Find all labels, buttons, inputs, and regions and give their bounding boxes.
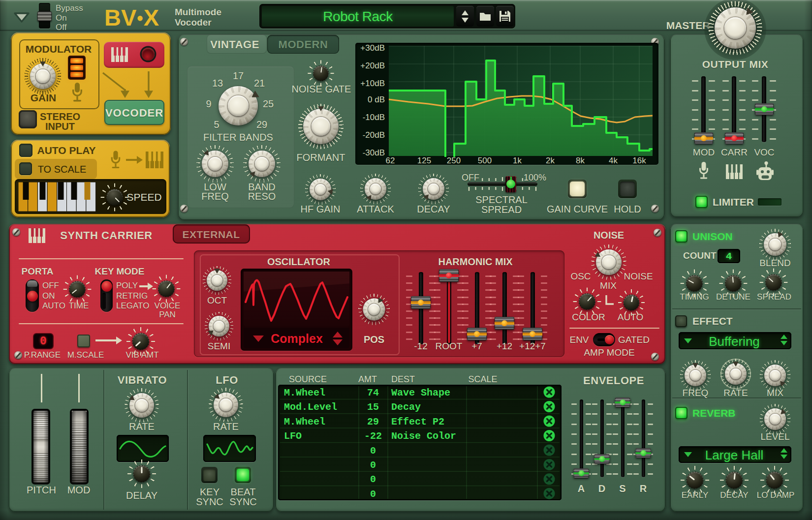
svg-text:Noise Color: Noise Color: [391, 430, 456, 442]
svg-text:M.Wheel: M.Wheel: [284, 387, 325, 398]
svg-text:-20dB: -20dB: [363, 130, 385, 140]
svg-text:500: 500: [478, 156, 492, 165]
svg-text:74: 74: [367, 387, 379, 398]
svg-text:125: 125: [417, 156, 431, 165]
svg-text:Mod.Level: Mod.Level: [284, 401, 337, 413]
svg-text:+20dB: +20dB: [360, 61, 385, 70]
svg-text:-22: -22: [364, 430, 382, 442]
svg-text:Decay: Decay: [391, 401, 421, 413]
svg-text:29: 29: [367, 416, 379, 428]
svg-text:Wave Shape: Wave Shape: [391, 387, 450, 398]
svg-text:0: 0: [370, 459, 376, 471]
svg-text:1k: 1k: [513, 156, 522, 165]
svg-text:0: 0: [370, 489, 376, 500]
svg-text:-10dB: -10dB: [363, 113, 385, 122]
svg-text:-30dB: -30dB: [363, 148, 385, 157]
svg-text:0: 0: [370, 474, 376, 485]
svg-text:62: 62: [386, 156, 395, 165]
svg-text:M.Wheel: M.Wheel: [284, 416, 325, 428]
svg-text:+30dB: +30dB: [360, 43, 385, 53]
svg-text:15: 15: [367, 401, 379, 413]
svg-text:Effect P2: Effect P2: [391, 416, 444, 428]
svg-text:+10dB: +10dB: [360, 79, 385, 88]
svg-text:0 dB: 0 dB: [368, 95, 385, 104]
svg-text:0: 0: [370, 445, 376, 457]
svg-text:16k: 16k: [632, 156, 646, 165]
svg-text:LFO: LFO: [284, 430, 302, 442]
svg-text:4k: 4k: [609, 156, 618, 165]
svg-text:250: 250: [447, 156, 461, 165]
svg-text:8k: 8k: [576, 156, 585, 165]
svg-text:2k: 2k: [546, 156, 555, 165]
